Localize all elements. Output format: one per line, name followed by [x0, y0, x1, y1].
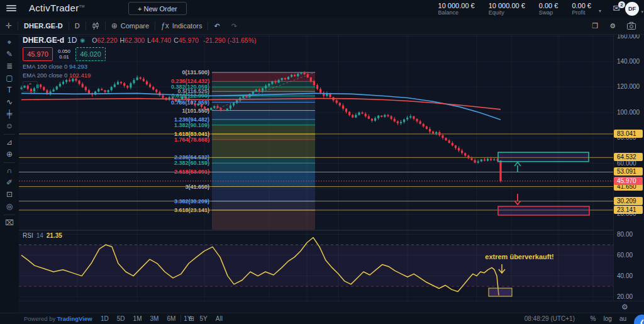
account-stat: 0.00 €Swap — [539, 2, 558, 16]
new-order-button[interactable]: + New Order — [128, 2, 187, 15]
change-value: -21.290 (-31.65%) — [203, 36, 257, 44]
stat-label: Balance — [438, 9, 475, 16]
range-5y-button[interactable]: 5Y — [200, 315, 208, 322]
ema100-legend[interactable]: EMA 100 close 0 94.293 — [23, 63, 257, 70]
snapshot-button[interactable] — [621, 22, 641, 30]
legend-interval[interactable]: 1D — [67, 36, 77, 45]
range-1m-button[interactable]: 1M — [133, 315, 142, 322]
interval-button[interactable]: D — [69, 22, 86, 30]
fib-retracement-tool-icon[interactable]: ≣ — [0, 60, 19, 72]
stat-value: 0.00 € — [572, 2, 591, 9]
ohlc-item: H62.300 — [120, 36, 145, 44]
stat-label: Swap — [539, 9, 558, 16]
trend-line-tool-icon[interactable]: ✎ — [0, 48, 19, 60]
range-1d-button[interactable]: 1D — [101, 315, 109, 322]
range-all-button[interactable]: All — [216, 315, 223, 322]
ohlc-item: L44.740 — [147, 36, 171, 44]
symbol-search-button[interactable]: DHER.GE-D — [18, 22, 69, 30]
crosshair-tool-icon[interactable]: ⌖ — [0, 36, 19, 48]
fib-retracement-drawing[interactable] — [212, 72, 315, 230]
time-axis-gear-icon[interactable]: ⚙ — [621, 303, 628, 311]
buy-ask-button[interactable]: 46.020 — [75, 47, 106, 61]
fullscreen-button[interactable]: ❒ — [586, 22, 604, 30]
status-bar: Powered by TradingView 1D5D1M3M6M1Y5YAll… — [0, 313, 644, 324]
ruler-tool-icon[interactable]: ⊿ — [0, 137, 19, 148]
arrow-up-drawing[interactable] — [514, 162, 521, 172]
price-axis[interactable] — [613, 34, 644, 313]
legend-collapse-button[interactable]: ⌃ — [23, 81, 38, 92]
ohlc-item: O62.220 — [92, 36, 117, 44]
mail-button[interactable]: ✉2 — [613, 3, 620, 13]
tradingview-link[interactable]: TradingView — [57, 315, 92, 322]
remove-all-tool-icon[interactable]: ⌧ — [0, 217, 19, 229]
scale-options: % log au — [591, 315, 626, 322]
chart-style-button[interactable] — [86, 22, 105, 30]
top-bar: ActivTraderTM + New Order 10 000.00 €Bal… — [0, 0, 644, 18]
drawing-toolbar: ⌖✎≣▢T∿╪☺⊿⊕∩✐⊡◎⌧ — [0, 34, 19, 313]
log-scale-button[interactable]: log — [604, 315, 612, 322]
crosshair-tool-button[interactable]: ✛ — [0, 21, 18, 30]
redo-button[interactable]: ↷ — [226, 22, 243, 30]
activtrader-app: 160.000140.000120.000100.00080.00060.000… — [0, 0, 644, 324]
toolbar-divider — [4, 162, 15, 163]
account-stat: 10 000.00 €Equity — [489, 2, 525, 16]
draw-mode-tool-icon[interactable]: ✐ — [0, 177, 19, 189]
undo-button[interactable]: ↶ — [208, 22, 225, 30]
clock[interactable]: 08:48:29 (UTC+1) — [525, 315, 575, 322]
candles-icon — [92, 22, 99, 30]
horizontal-ray-drawings[interactable] — [19, 134, 613, 210]
rsi-label: RSI — [23, 232, 33, 239]
account-stats: 10 000.00 €Balance10 000.00 €Equity0.00 … — [438, 2, 591, 16]
compare-icon: ⊕ — [111, 21, 118, 30]
auto-scale-button[interactable]: au — [619, 315, 626, 322]
account-stat: 0.00 €Profit — [572, 2, 591, 16]
pip-value: 0.01 — [55, 54, 74, 60]
ema200-legend[interactable]: EMA 200 close 0 102.419 — [23, 72, 257, 79]
buy-zone-drawing[interactable] — [498, 152, 589, 162]
prediction-tool-icon[interactable]: ╪ — [0, 108, 19, 120]
zoom-in-tool-icon[interactable]: ⊕ — [0, 148, 19, 160]
stat-label: Equity — [489, 9, 525, 16]
shapes-tool-icon[interactable]: ▢ — [0, 72, 19, 84]
hide-all-tool-icon[interactable]: ◎ — [0, 201, 19, 213]
compare-button[interactable]: ⊕Compare — [106, 21, 155, 30]
rsi-value: 21.35 — [47, 232, 62, 239]
ohlc-item: C45.970 — [174, 36, 199, 44]
rsi-band — [19, 245, 613, 286]
legend-symbol[interactable]: DHER.GE-d — [23, 36, 64, 45]
spread: 0.050 0.01 — [55, 48, 74, 60]
visibility-eye-icon[interactable]: ◉ — [80, 37, 85, 43]
range-6m-button[interactable]: 6M — [167, 315, 175, 322]
crosshair-icon: ✛ — [6, 21, 12, 30]
chevron-down-icon[interactable]: ▾ — [641, 9, 643, 14]
avatar[interactable]: DF — [625, 2, 639, 16]
lock-all-tool-icon[interactable]: ⊡ — [0, 189, 19, 201]
sell-zone-drawing[interactable] — [498, 206, 589, 215]
chart-settings-button[interactable]: ⚙ — [604, 22, 621, 30]
menu-icon[interactable] — [6, 5, 16, 13]
chart-toolbar: ✛ DHER.GE-D D ⊕Compare ƒxIndicators ↶ ↷ … — [0, 18, 644, 35]
time-axis[interactable]: ⚙ — [19, 301, 644, 313]
app-logo: ActivTraderTM — [29, 3, 85, 13]
stat-value: 10 000.00 € — [489, 2, 525, 9]
rsi-legend[interactable]: RSI 14 21.35 — [23, 232, 62, 239]
chevron-down-icon[interactable]: ▾ — [599, 8, 601, 14]
emoji-tool-icon[interactable]: ☺ — [0, 120, 19, 132]
text-annotation-drawing[interactable]: extrem überverkauft! — [482, 253, 557, 260]
indicators-button[interactable]: ƒxIndicators — [155, 21, 208, 30]
highlight-box-drawing[interactable] — [489, 288, 512, 296]
powered-by: Powered by TradingView — [24, 315, 92, 322]
percent-scale-button[interactable]: % — [591, 315, 596, 322]
range-3m-button[interactable]: 3M — [150, 315, 159, 322]
xabcd-pattern-tool-icon[interactable]: ∿ — [0, 96, 19, 108]
magnet-tool-icon[interactable]: ∩ — [0, 165, 19, 177]
text-tool-tool-icon[interactable]: T — [0, 84, 19, 96]
sell-bid-button[interactable]: 45.970 — [23, 47, 53, 61]
account-stat: 10 000.00 €Balance — [438, 2, 475, 16]
date-range-buttons: 1D5D1M3M6M1Y5YAll — [101, 315, 223, 322]
toolbar-divider — [4, 134, 15, 135]
go-to-date-icon[interactable]: ⊞ — [189, 315, 194, 323]
stat-label: Profit — [572, 9, 591, 16]
range-5d-button[interactable]: 5D — [117, 315, 125, 322]
arrow-down-drawing[interactable] — [514, 194, 521, 204]
